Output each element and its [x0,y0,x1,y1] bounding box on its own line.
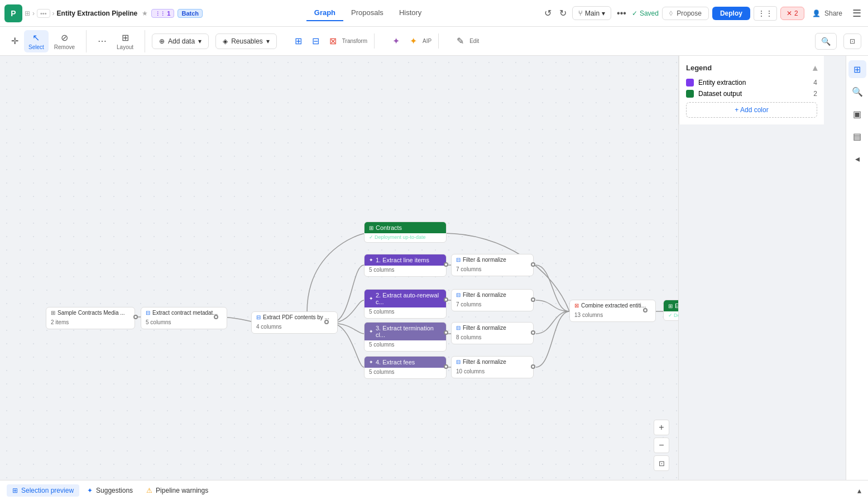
more-options-button[interactable]: ••• [615,6,629,21]
legend-label-0: Entity extraction [698,79,746,86]
aip-tool-2[interactable]: ✦ [405,33,421,49]
undo-button[interactable]: ↺ [542,6,554,21]
add-data-button[interactable]: ⊕ Add data ▾ [152,33,209,49]
filter-term-body: 8 columns [452,333,533,344]
bottom-chevron[interactable]: ▴ [857,486,861,495]
zoom-fit-button[interactable]: ⊡ [654,455,669,471]
aip-icon-1: ✦ [392,36,400,46]
transform-group: ⊞ ⊟ ⊠ Transform [284,33,375,49]
sidebar-icon-table[interactable]: ⊞ [848,60,866,78]
errors-button[interactable]: ✕ 2 [780,7,804,20]
sidebar-icon-search[interactable]: 🔍 [848,83,866,100]
hamburger-menu-button[interactable]: ☰ [850,5,864,22]
move-icon: ✛ [11,36,18,46]
node-extract-term[interactable]: ✦ 3. Extract termination cl... 5 columns [364,322,447,352]
share-button[interactable]: 👤 Share [808,7,847,20]
transform-split[interactable]: ⊞ [290,33,306,49]
combine-icon: ⊠ [574,302,579,309]
add-data-chevron: ▾ [198,37,202,45]
transform-filter[interactable]: ⊠ [325,33,341,49]
legend-count-0: 4 [813,79,817,86]
tab-bar: Graph Proposals History [306,5,430,21]
zoom-out-button[interactable]: − [654,438,669,453]
extract-term-icon: ✦ [369,329,373,334]
conn-dot-9 [531,330,535,335]
deploy-button[interactable]: Deploy [712,7,750,20]
breadcrumb-ellipsis[interactable]: ••• [37,9,50,18]
tool-layout-1[interactable]: ⋯ [93,33,111,49]
embed-button[interactable]: ⊡ [843,33,861,49]
node-sample-contracts[interactable]: ⊞ Sample Contracts Media ... 2 items [46,307,135,329]
legend-color-entity-extraction [686,79,694,86]
add-color-button[interactable]: + Add color [686,102,817,118]
sidebar-icon-charts[interactable]: ▤ [848,127,866,145]
graph-canvas[interactable]: ⊞ Contracts ✓ Deployment up-to-date ⊞ Sa… [0,56,678,480]
branch-icon: ⑂ [578,9,583,17]
transform-filter-icon: ⊠ [329,36,337,46]
check-circle-icon: ✓ [369,234,373,240]
node-extract-fees[interactable]: ✦ 4. Extract fees 5 columns [364,356,447,379]
reusables-button[interactable]: ◈ Reusables ▾ [215,33,277,49]
node-extracted-entities[interactable]: ⊞ Extracted Entities ✓ Deployment up-to-… [663,300,678,321]
edit-pencil[interactable]: ✎ [452,33,468,49]
tools-group: ✛ ↖ Select ⊘ Remove [7,30,87,52]
extract-fees-label: 4. Extract fees [376,359,415,366]
filter-auto-header: ⊟ Filter & normalize [452,290,533,300]
layout-group: ⋯ ⊞ Layout [93,30,145,52]
aip-tool-1[interactable]: ✦ [388,33,404,49]
chevron-down-icon: ▾ [602,9,605,17]
conn-dot-4 [444,262,448,267]
node-contracts[interactable]: ⊞ Contracts ✓ Deployment up-to-date [364,222,447,243]
star-icon[interactable]: ★ [142,9,148,17]
legend-item-0: Entity extraction 4 [686,79,817,86]
branch-button[interactable]: ⑂ Main ▾ [572,6,611,20]
redo-button[interactable]: ↻ [557,6,569,21]
legend-items: Entity extraction 4 Dataset output 2 [686,79,817,98]
tool-select[interactable]: ↖ Select [24,30,49,52]
selection-preview-label: Selection preview [21,487,74,494]
transform-join-icon: ⊟ [312,36,319,46]
grid-view-button[interactable]: ⋮⋮ [754,6,777,21]
node-extract-auto[interactable]: ✦ 2. Extract auto-renewal c... 5 columns [364,289,447,319]
top-actions: ↺ ↻ ⑂ Main ▾ ••• ✓ Saved ◊ Propose Deplo… [542,5,864,22]
extract-pdf-sublabel: 4 columns [256,324,282,330]
conn-dot-1 [133,315,138,319]
sample-contracts-header: ⊞ Sample Contracts Media ... [46,307,135,318]
tab-history[interactable]: History [391,5,429,21]
legend-item-1: Dataset output 2 [686,90,817,98]
extract-auto-body: 5 columns [365,307,446,318]
saved-check-icon: ✓ [632,9,637,17]
bottom-bar: ⊞ Selection preview ✦ Suggestions ⚠ Pipe… [0,480,868,500]
toolbar: ✛ ↖ Select ⊘ Remove ⋯ ⊞ Layout ⊕ Add dat… [0,27,868,56]
tool-move[interactable]: ✛ [7,33,23,49]
sidebar-icon-calendar[interactable]: ▣ [848,105,866,123]
zoom-in-button[interactable]: + [654,420,669,435]
suggestions-tab[interactable]: ✦ Suggestions [81,484,138,497]
extract-auto-label: 2. Extract auto-renewal c... [376,292,442,305]
sidebar-icon-back[interactable]: ◂ [848,150,866,167]
pipeline-warnings-tab[interactable]: ⚠ Pipeline warnings [141,484,214,497]
main-area: ⊞ Contracts ✓ Deployment up-to-date ⊞ Sa… [0,56,868,480]
node-filter-fees[interactable]: ⊟ Filter & normalize 10 columns [451,356,534,378]
search-button[interactable]: 🔍 [815,33,837,50]
breadcrumb-home[interactable]: ⊞ [25,9,30,17]
suggestions-icon: ✦ [87,487,93,494]
batch-badge: Batch [178,9,203,18]
selection-preview-tab[interactable]: ⊞ Selection preview [7,484,79,497]
contracts-deploy-status: ✓ Deployment up-to-date [369,234,442,240]
propose-button[interactable]: ◊ Propose [662,7,709,20]
transform-join[interactable]: ⊟ [308,33,324,49]
node-filter-line[interactable]: ⊟ Filter & normalize 7 columns [451,254,534,276]
conn-dot-10 [444,364,448,369]
filter-auto-body: 7 columns [452,300,533,311]
node-extract-line[interactable]: ✦ 1. Extract line items 5 columns [364,254,447,277]
legend-collapse-icon[interactable]: ▴ [813,62,817,73]
tab-graph[interactable]: Graph [306,5,343,21]
tool-remove[interactable]: ⊘ Remove [50,30,79,52]
tab-proposals[interactable]: Proposals [343,5,391,21]
top-bar: P ⊞ › ••• › Entity Extraction Pipeline ★… [0,0,868,27]
node-filter-auto[interactable]: ⊟ Filter & normalize 7 columns [451,289,534,311]
branch-label: Main [585,9,600,17]
node-filter-term[interactable]: ⊟ Filter & normalize 8 columns [451,322,534,344]
tool-layout-2[interactable]: ⊞ Layout [112,30,138,52]
